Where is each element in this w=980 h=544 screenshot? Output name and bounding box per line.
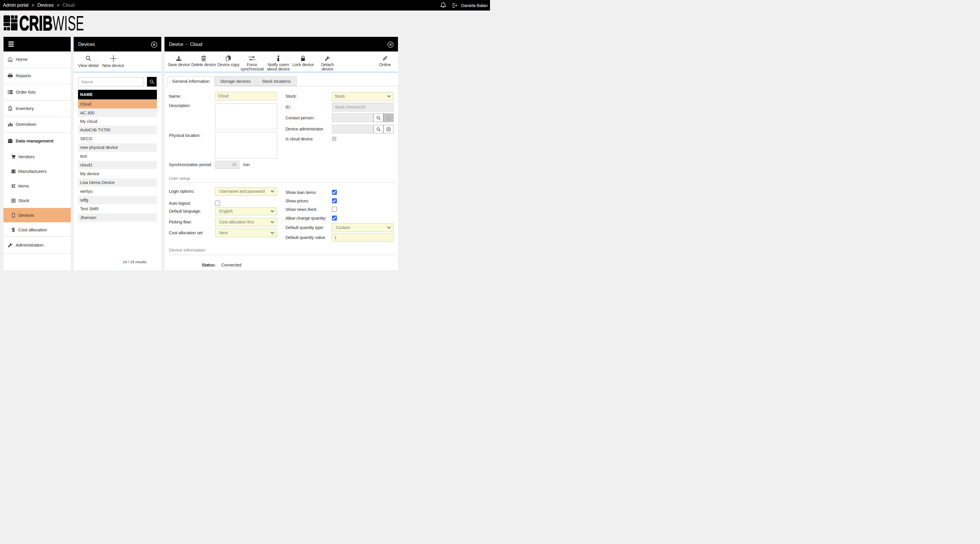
svg-text:WISE: WISE <box>52 15 84 31</box>
svg-text:CRIB: CRIB <box>19 15 52 31</box>
